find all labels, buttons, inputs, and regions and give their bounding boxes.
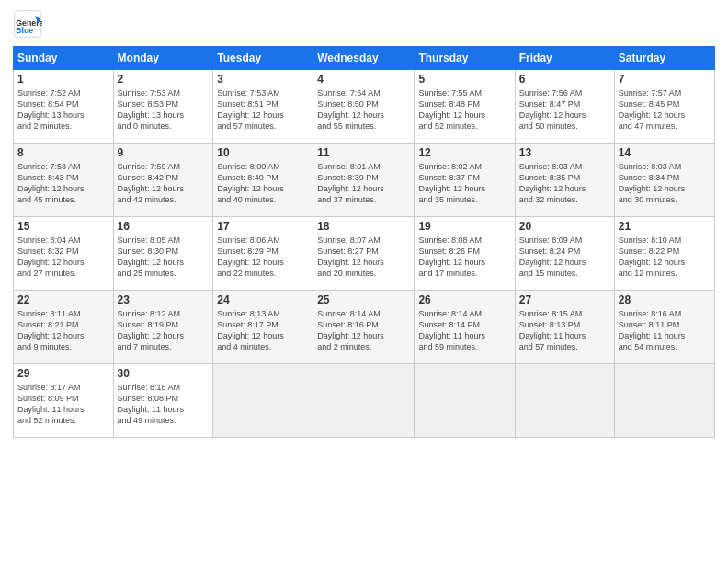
calendar-cell: 10Sunrise: 8:00 AM Sunset: 8:40 PM Dayli…	[213, 144, 313, 217]
day-number: 17	[217, 220, 309, 233]
calendar-cell: 3Sunrise: 7:53 AM Sunset: 8:51 PM Daylig…	[213, 70, 313, 144]
calendar-cell: 27Sunrise: 8:15 AM Sunset: 8:13 PM Dayli…	[515, 291, 614, 364]
calendar-cell: 30Sunrise: 8:18 AM Sunset: 8:08 PM Dayli…	[113, 364, 213, 438]
logo: General Blue	[13, 9, 42, 39]
calendar-cell	[213, 364, 313, 438]
day-info: Sunrise: 7:56 AM Sunset: 8:47 PM Dayligh…	[519, 87, 610, 132]
weekday-header-tuesday: Tuesday	[213, 47, 313, 70]
day-info: Sunrise: 8:17 AM Sunset: 8:09 PM Dayligh…	[17, 382, 109, 427]
day-info: Sunrise: 7:53 AM Sunset: 8:53 PM Dayligh…	[118, 87, 210, 132]
day-info: Sunrise: 8:14 AM Sunset: 8:16 PM Dayligh…	[317, 308, 410, 353]
day-info: Sunrise: 8:16 AM Sunset: 8:11 PM Dayligh…	[619, 308, 711, 353]
page-container: General Blue SundayMondayTuesdayWednesda…	[0, 0, 728, 443]
calendar-cell: 9Sunrise: 7:59 AM Sunset: 8:42 PM Daylig…	[113, 144, 213, 217]
weekday-header-sunday: Sunday	[14, 47, 114, 70]
calendar-cell: 4Sunrise: 7:54 AM Sunset: 8:50 PM Daylig…	[313, 70, 415, 144]
calendar-cell: 12Sunrise: 8:02 AM Sunset: 8:37 PM Dayli…	[415, 144, 515, 217]
weekday-header-monday: Monday	[113, 47, 213, 70]
calendar-cell: 22Sunrise: 8:11 AM Sunset: 8:21 PM Dayli…	[14, 291, 114, 364]
day-info: Sunrise: 8:07 AM Sunset: 8:27 PM Dayligh…	[317, 235, 410, 280]
calendar-cell	[415, 364, 515, 438]
calendar-cell: 2Sunrise: 7:53 AM Sunset: 8:53 PM Daylig…	[113, 70, 213, 144]
day-info: Sunrise: 8:15 AM Sunset: 8:13 PM Dayligh…	[519, 308, 610, 353]
calendar-cell: 29Sunrise: 8:17 AM Sunset: 8:09 PM Dayli…	[14, 364, 114, 438]
day-number: 1	[17, 73, 109, 86]
calendar-cell: 28Sunrise: 8:16 AM Sunset: 8:11 PM Dayli…	[614, 291, 714, 364]
calendar-cell: 7Sunrise: 7:57 AM Sunset: 8:45 PM Daylig…	[614, 70, 714, 144]
day-info: Sunrise: 8:14 AM Sunset: 8:14 PM Dayligh…	[418, 308, 510, 353]
weekday-header-saturday: Saturday	[614, 47, 714, 70]
calendar-cell: 6Sunrise: 7:56 AM Sunset: 8:47 PM Daylig…	[515, 70, 614, 144]
day-number: 23	[118, 293, 210, 306]
day-info: Sunrise: 7:57 AM Sunset: 8:45 PM Dayligh…	[619, 87, 711, 132]
day-number: 5	[418, 73, 510, 86]
day-number: 13	[519, 146, 610, 159]
day-number: 19	[418, 220, 510, 233]
day-number: 15	[17, 220, 109, 233]
day-number: 21	[619, 220, 711, 233]
calendar-cell: 14Sunrise: 8:03 AM Sunset: 8:34 PM Dayli…	[614, 144, 714, 217]
day-number: 11	[317, 146, 410, 159]
day-info: Sunrise: 7:58 AM Sunset: 8:43 PM Dayligh…	[17, 161, 109, 206]
calendar-cell	[614, 364, 714, 438]
day-number: 7	[619, 73, 711, 86]
logo-icon: General Blue	[13, 9, 42, 39]
day-number: 20	[519, 220, 610, 233]
day-number: 9	[118, 146, 210, 159]
day-info: Sunrise: 8:02 AM Sunset: 8:37 PM Dayligh…	[418, 161, 510, 206]
day-info: Sunrise: 8:04 AM Sunset: 8:32 PM Dayligh…	[17, 235, 109, 280]
day-info: Sunrise: 8:03 AM Sunset: 8:34 PM Dayligh…	[619, 161, 711, 206]
day-number: 18	[317, 220, 410, 233]
calendar-cell: 18Sunrise: 8:07 AM Sunset: 8:27 PM Dayli…	[313, 217, 415, 291]
calendar-cell: 16Sunrise: 8:05 AM Sunset: 8:30 PM Dayli…	[113, 217, 213, 291]
svg-text:Blue: Blue	[16, 26, 33, 35]
day-number: 4	[317, 73, 410, 86]
weekday-header-friday: Friday	[515, 47, 614, 70]
calendar-cell: 1Sunrise: 7:52 AM Sunset: 8:54 PM Daylig…	[14, 70, 114, 144]
calendar-cell: 15Sunrise: 8:04 AM Sunset: 8:32 PM Dayli…	[14, 217, 114, 291]
day-info: Sunrise: 8:00 AM Sunset: 8:40 PM Dayligh…	[217, 161, 309, 206]
day-info: Sunrise: 8:06 AM Sunset: 8:29 PM Dayligh…	[217, 235, 309, 280]
day-info: Sunrise: 8:11 AM Sunset: 8:21 PM Dayligh…	[17, 308, 109, 353]
day-info: Sunrise: 7:54 AM Sunset: 8:50 PM Dayligh…	[317, 87, 410, 132]
day-number: 12	[418, 146, 510, 159]
calendar-cell: 8Sunrise: 7:58 AM Sunset: 8:43 PM Daylig…	[14, 144, 114, 217]
weekday-header-wednesday: Wednesday	[313, 47, 415, 70]
day-info: Sunrise: 7:55 AM Sunset: 8:48 PM Dayligh…	[418, 87, 510, 132]
header: General Blue	[13, 9, 715, 39]
calendar-cell: 21Sunrise: 8:10 AM Sunset: 8:22 PM Dayli…	[614, 217, 714, 291]
day-number: 30	[118, 367, 210, 380]
day-info: Sunrise: 7:52 AM Sunset: 8:54 PM Dayligh…	[17, 87, 109, 132]
day-info: Sunrise: 8:09 AM Sunset: 8:24 PM Dayligh…	[519, 235, 610, 280]
day-number: 10	[217, 146, 309, 159]
calendar-cell: 17Sunrise: 8:06 AM Sunset: 8:29 PM Dayli…	[213, 217, 313, 291]
day-number: 29	[17, 367, 109, 380]
day-info: Sunrise: 8:13 AM Sunset: 8:17 PM Dayligh…	[217, 308, 309, 353]
day-number: 24	[217, 293, 309, 306]
day-number: 14	[619, 146, 711, 159]
calendar-cell: 20Sunrise: 8:09 AM Sunset: 8:24 PM Dayli…	[515, 217, 614, 291]
day-number: 16	[118, 220, 210, 233]
calendar-cell: 13Sunrise: 8:03 AM Sunset: 8:35 PM Dayli…	[515, 144, 614, 217]
calendar-cell: 24Sunrise: 8:13 AM Sunset: 8:17 PM Dayli…	[213, 291, 313, 364]
weekday-header-thursday: Thursday	[415, 47, 515, 70]
day-number: 2	[118, 73, 210, 86]
day-number: 28	[619, 293, 711, 306]
day-number: 3	[217, 73, 309, 86]
day-number: 27	[519, 293, 610, 306]
calendar-cell: 25Sunrise: 8:14 AM Sunset: 8:16 PM Dayli…	[313, 291, 415, 364]
day-info: Sunrise: 7:59 AM Sunset: 8:42 PM Dayligh…	[118, 161, 210, 206]
day-info: Sunrise: 8:03 AM Sunset: 8:35 PM Dayligh…	[519, 161, 610, 206]
day-info: Sunrise: 8:05 AM Sunset: 8:30 PM Dayligh…	[118, 235, 210, 280]
day-number: 25	[317, 293, 410, 306]
day-number: 6	[519, 73, 610, 86]
calendar-table: SundayMondayTuesdayWednesdayThursdayFrid…	[13, 46, 715, 438]
calendar-cell: 26Sunrise: 8:14 AM Sunset: 8:14 PM Dayli…	[415, 291, 515, 364]
day-info: Sunrise: 7:53 AM Sunset: 8:51 PM Dayligh…	[217, 87, 309, 132]
calendar-cell: 19Sunrise: 8:08 AM Sunset: 8:26 PM Dayli…	[415, 217, 515, 291]
day-number: 8	[17, 146, 109, 159]
calendar-cell	[515, 364, 614, 438]
calendar-cell	[313, 364, 415, 438]
day-info: Sunrise: 8:08 AM Sunset: 8:26 PM Dayligh…	[418, 235, 510, 280]
day-info: Sunrise: 8:18 AM Sunset: 8:08 PM Dayligh…	[118, 382, 210, 427]
